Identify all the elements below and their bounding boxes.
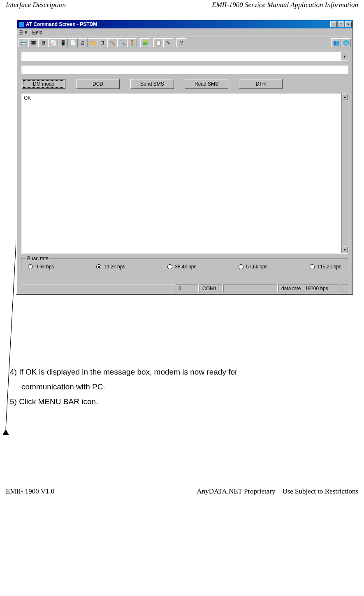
menu-file[interactable]: File bbox=[19, 30, 27, 35]
toolbar-btn-7[interactable]: 👋 bbox=[88, 38, 97, 47]
radio-label: 19,2k bps bbox=[104, 264, 125, 270]
radio-icon bbox=[239, 264, 243, 269]
instruction-step-5: 5) Click MENU BAR icon. bbox=[10, 394, 353, 409]
radio-icon bbox=[167, 264, 172, 269]
footer-right: AnyDATA.NET Proprietary – Use Subject to… bbox=[197, 487, 358, 496]
radio-label: 115,2k bps bbox=[317, 264, 341, 270]
minimize-button[interactable]: _ bbox=[330, 21, 337, 27]
toolbar: 📇 ☎ 🖥 📈 📱 📄 🖨 👋 🗒 🔨 🔍 🧍 🧩 📋 ✎ ? bbox=[17, 37, 352, 49]
command-text-input[interactable] bbox=[21, 65, 348, 74]
command-combo[interactable]: ▼ bbox=[21, 52, 348, 61]
resize-grip-icon[interactable] bbox=[341, 284, 348, 292]
status-pane-2: COM1 bbox=[199, 284, 223, 292]
baud-192k[interactable]: 19,2k bps bbox=[96, 264, 125, 270]
status-pane-3 bbox=[223, 284, 278, 292]
dm-mode-button[interactable]: DM mode bbox=[22, 79, 65, 89]
page-footer: EMII- 1900 V1.0 AnyDATA.NET Proprietary … bbox=[6, 483, 358, 496]
scroll-down-icon[interactable]: ▼ bbox=[342, 247, 348, 253]
status-pane-4: data rate= 19200 bps bbox=[278, 284, 340, 292]
page-header: Interface Description EMII-1900 Service … bbox=[6, 0, 358, 11]
app-window: AT Command Screen - PSTDM _ □ × File Hel… bbox=[16, 19, 353, 295]
toolbar-btn-1[interactable]: ☎ bbox=[28, 38, 38, 47]
toolbar-btn-11[interactable]: 🧍 bbox=[127, 38, 137, 47]
window-title: AT Command Screen - PSTDM bbox=[26, 21, 97, 27]
toolbar-btn-10[interactable]: 🔍 bbox=[117, 38, 127, 47]
radio-label: 38,4k bps bbox=[175, 264, 196, 270]
baud-384k[interactable]: 38,4k bps bbox=[167, 264, 196, 270]
send-sms-button[interactable]: Send SMS bbox=[130, 79, 174, 89]
combo-dropdown-icon[interactable]: ▼ bbox=[341, 52, 348, 61]
baud-rate-legend: Buad rate bbox=[26, 256, 50, 261]
header-left: Interface Description bbox=[6, 1, 66, 9]
radio-icon bbox=[96, 264, 101, 269]
instruction-step-4a: 4) If OK is displayed in the message box… bbox=[10, 365, 353, 379]
button-row: DM mode DCD Send SMS Read SMS DTR bbox=[21, 78, 348, 93]
toolbar-btn-2[interactable]: 🖥 bbox=[38, 38, 48, 47]
footer-left: EMII- 1900 V1.0 bbox=[6, 487, 54, 496]
baud-1152k[interactable]: 115,2k bps bbox=[310, 264, 341, 270]
header-right: EMII-1900 Service Manual Application Inf… bbox=[212, 1, 358, 9]
maximize-button[interactable]: □ bbox=[338, 21, 344, 27]
status-pane-1: 0 bbox=[176, 284, 199, 292]
baud-rate-group: Buad rate 9,6k bps 19,2k bps 38,4k bp bbox=[21, 258, 348, 274]
titlebar[interactable]: AT Command Screen - PSTDM _ □ × bbox=[17, 20, 352, 28]
toolbar-btn-3[interactable]: 📈 bbox=[48, 38, 58, 47]
radio-icon bbox=[310, 264, 315, 269]
toolbar-btn-globe[interactable]: 🌐 bbox=[341, 38, 351, 47]
command-text[interactable] bbox=[21, 65, 348, 74]
toolbar-btn-14[interactable]: ✎ bbox=[163, 38, 173, 47]
menu-help[interactable]: Help bbox=[32, 30, 42, 35]
toolbar-btn-9[interactable]: 🔨 bbox=[107, 38, 117, 47]
radio-icon bbox=[28, 264, 33, 269]
instruction-step-4b: communication with PC. bbox=[21, 379, 353, 394]
dcd-button[interactable]: DCD bbox=[76, 79, 120, 89]
menubar: File Help bbox=[17, 28, 352, 37]
toolbar-btn-8[interactable]: 🗒 bbox=[97, 38, 107, 47]
instruction-text: 4) If OK is displayed in the message box… bbox=[10, 365, 353, 409]
radio-label: 57,6k bps bbox=[246, 264, 267, 270]
message-scrollbar[interactable]: ▲ ▼ bbox=[341, 93, 348, 253]
toolbar-btn-4[interactable]: 📱 bbox=[58, 38, 68, 47]
command-combo-input[interactable] bbox=[21, 52, 341, 61]
toolbar-btn-13[interactable]: 📋 bbox=[153, 38, 163, 47]
client-area: ▼ DM mode DCD Send SMS Read SMS DTR OK bbox=[17, 49, 352, 294]
read-sms-button[interactable]: Read SMS bbox=[185, 79, 228, 89]
dtr-button[interactable]: DTR bbox=[239, 79, 283, 89]
message-box-content: OK bbox=[24, 95, 31, 101]
toolbar-btn-12[interactable]: 🧩 bbox=[140, 38, 150, 47]
toolbar-btn-0[interactable]: 📇 bbox=[19, 38, 28, 47]
message-box: OK ▲ ▼ bbox=[21, 93, 348, 254]
app-icon bbox=[19, 21, 24, 27]
statusbar: 0 COM1 data rate= 19200 bps bbox=[21, 284, 348, 292]
radio-label: 9,6k bps bbox=[35, 264, 54, 270]
close-button[interactable]: × bbox=[345, 21, 352, 27]
baud-96k[interactable]: 9,6k bps bbox=[28, 264, 54, 270]
toolbar-btn-6[interactable]: 🖨 bbox=[78, 38, 88, 47]
toolbar-btn-users[interactable]: 👥 bbox=[331, 38, 341, 47]
scroll-up-icon[interactable]: ▲ bbox=[342, 93, 348, 100]
baud-576k[interactable]: 57,6k bps bbox=[239, 264, 267, 270]
toolbar-btn-5[interactable]: 📄 bbox=[68, 38, 78, 47]
toolbar-help-icon[interactable]: ? bbox=[176, 38, 186, 47]
